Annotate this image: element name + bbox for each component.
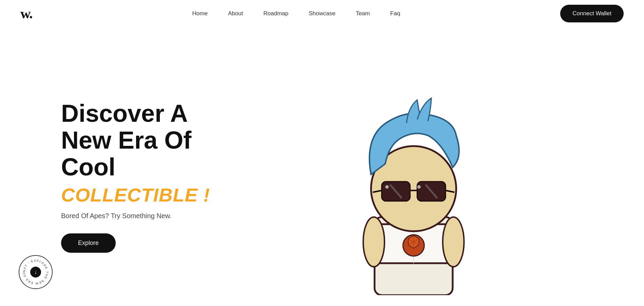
nav-link-roadmap[interactable]: Roadmap xyxy=(263,10,288,17)
nav-link-showcase[interactable]: Showcase xyxy=(309,10,335,17)
character-illustration xyxy=(342,64,485,295)
svg-point-14 xyxy=(385,185,389,189)
nav-link-home[interactable]: Home xyxy=(192,10,208,17)
nav-item-team[interactable]: Team xyxy=(356,10,370,17)
svg-point-4 xyxy=(363,217,384,267)
hero-character xyxy=(238,58,590,295)
nav-link-faq[interactable]: Faq xyxy=(390,10,400,17)
nav-links: Home About Roadmap Showcase Team Faq xyxy=(192,10,400,17)
svg-point-15 xyxy=(417,185,420,189)
nav-item-roadmap[interactable]: Roadmap xyxy=(263,10,288,17)
nav-item-about[interactable]: About xyxy=(228,10,243,17)
nav-item-home[interactable]: Home xyxy=(192,10,208,17)
hero-section: Discover A New Era Of Cool COLLECTIBLE !… xyxy=(0,27,644,305)
nav-link-about[interactable]: About xyxy=(228,10,243,17)
nav-item-showcase[interactable]: Showcase xyxy=(309,10,335,17)
logo[interactable]: w. xyxy=(20,5,32,22)
badge-arrow-icon[interactable]: ↓ xyxy=(30,267,41,278)
svg-point-5 xyxy=(443,217,464,267)
explore-button[interactable]: Explore xyxy=(61,233,116,253)
hero-content: Discover A New Era Of Cool COLLECTIBLE !… xyxy=(61,100,238,253)
connect-wallet-button[interactable]: Connect Wallet xyxy=(560,5,624,22)
hero-title: Discover A New Era Of Cool xyxy=(61,100,238,181)
circular-badge[interactable]: NFT · EXPLORE THE NEW ERA OF ↓ xyxy=(19,255,53,289)
nav-item-faq[interactable]: Faq xyxy=(390,10,400,17)
hero-collectible-text: COLLECTIBLE ! xyxy=(61,184,238,206)
hero-subtitle: Bored Of Apes? Try Something New. xyxy=(61,212,238,220)
nav-link-team[interactable]: Team xyxy=(356,10,370,17)
navbar: w. Home About Roadmap Showcase Team Faq … xyxy=(0,0,644,27)
